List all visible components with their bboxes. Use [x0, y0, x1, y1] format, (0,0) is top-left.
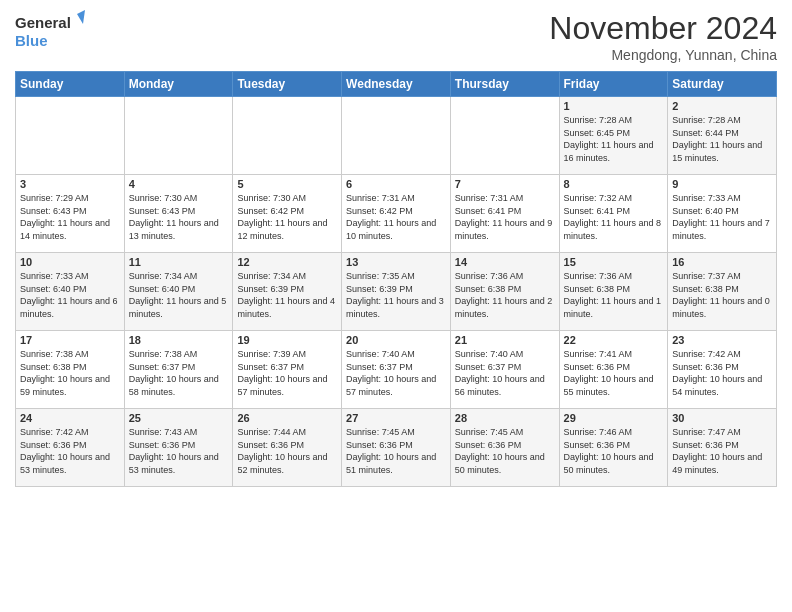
day-number: 30 — [672, 412, 772, 424]
calendar-cell: 13Sunrise: 7:35 AMSunset: 6:39 PMDayligh… — [342, 253, 451, 331]
day-number: 29 — [564, 412, 664, 424]
calendar-cell: 11Sunrise: 7:34 AMSunset: 6:40 PMDayligh… — [124, 253, 233, 331]
weekday-header-row: SundayMondayTuesdayWednesdayThursdayFrid… — [16, 72, 777, 97]
day-info: Sunrise: 7:44 AMSunset: 6:36 PMDaylight:… — [237, 426, 337, 476]
calendar-cell: 27Sunrise: 7:45 AMSunset: 6:36 PMDayligh… — [342, 409, 451, 487]
day-number: 19 — [237, 334, 337, 346]
calendar-cell: 3Sunrise: 7:29 AMSunset: 6:43 PMDaylight… — [16, 175, 125, 253]
day-info: Sunrise: 7:28 AMSunset: 6:44 PMDaylight:… — [672, 114, 772, 164]
logo: General Blue — [15, 10, 85, 55]
day-number: 28 — [455, 412, 555, 424]
day-info: Sunrise: 7:36 AMSunset: 6:38 PMDaylight:… — [564, 270, 664, 320]
calendar-cell: 12Sunrise: 7:34 AMSunset: 6:39 PMDayligh… — [233, 253, 342, 331]
calendar-cell: 22Sunrise: 7:41 AMSunset: 6:36 PMDayligh… — [559, 331, 668, 409]
day-number: 16 — [672, 256, 772, 268]
day-number: 5 — [237, 178, 337, 190]
calendar-cell: 21Sunrise: 7:40 AMSunset: 6:37 PMDayligh… — [450, 331, 559, 409]
day-number: 1 — [564, 100, 664, 112]
calendar-cell: 26Sunrise: 7:44 AMSunset: 6:36 PMDayligh… — [233, 409, 342, 487]
day-number: 21 — [455, 334, 555, 346]
day-info: Sunrise: 7:40 AMSunset: 6:37 PMDaylight:… — [455, 348, 555, 398]
day-info: Sunrise: 7:42 AMSunset: 6:36 PMDaylight:… — [672, 348, 772, 398]
title-area: November 2024 Mengdong, Yunnan, China — [549, 10, 777, 63]
day-number: 20 — [346, 334, 446, 346]
month-title: November 2024 — [549, 10, 777, 47]
day-info: Sunrise: 7:30 AMSunset: 6:42 PMDaylight:… — [237, 192, 337, 242]
calendar-table: SundayMondayTuesdayWednesdayThursdayFrid… — [15, 71, 777, 487]
calendar-cell: 7Sunrise: 7:31 AMSunset: 6:41 PMDaylight… — [450, 175, 559, 253]
day-number: 24 — [20, 412, 120, 424]
calendar-cell: 6Sunrise: 7:31 AMSunset: 6:42 PMDaylight… — [342, 175, 451, 253]
weekday-header: Friday — [559, 72, 668, 97]
calendar-week-row: 10Sunrise: 7:33 AMSunset: 6:40 PMDayligh… — [16, 253, 777, 331]
day-info: Sunrise: 7:32 AMSunset: 6:41 PMDaylight:… — [564, 192, 664, 242]
day-number: 7 — [455, 178, 555, 190]
day-info: Sunrise: 7:29 AMSunset: 6:43 PMDaylight:… — [20, 192, 120, 242]
day-info: Sunrise: 7:28 AMSunset: 6:45 PMDaylight:… — [564, 114, 664, 164]
calendar-week-row: 3Sunrise: 7:29 AMSunset: 6:43 PMDaylight… — [16, 175, 777, 253]
day-info: Sunrise: 7:43 AMSunset: 6:36 PMDaylight:… — [129, 426, 229, 476]
day-number: 8 — [564, 178, 664, 190]
day-number: 9 — [672, 178, 772, 190]
day-number: 15 — [564, 256, 664, 268]
calendar-cell: 2Sunrise: 7:28 AMSunset: 6:44 PMDaylight… — [668, 97, 777, 175]
page-container: General Blue November 2024 Mengdong, Yun… — [0, 0, 792, 497]
day-number: 17 — [20, 334, 120, 346]
day-info: Sunrise: 7:45 AMSunset: 6:36 PMDaylight:… — [346, 426, 446, 476]
calendar-cell: 29Sunrise: 7:46 AMSunset: 6:36 PMDayligh… — [559, 409, 668, 487]
day-number: 6 — [346, 178, 446, 190]
calendar-cell: 19Sunrise: 7:39 AMSunset: 6:37 PMDayligh… — [233, 331, 342, 409]
weekday-header: Saturday — [668, 72, 777, 97]
calendar-cell: 1Sunrise: 7:28 AMSunset: 6:45 PMDaylight… — [559, 97, 668, 175]
subtitle: Mengdong, Yunnan, China — [549, 47, 777, 63]
calendar-week-row: 1Sunrise: 7:28 AMSunset: 6:45 PMDaylight… — [16, 97, 777, 175]
svg-marker-2 — [77, 10, 85, 24]
day-info: Sunrise: 7:47 AMSunset: 6:36 PMDaylight:… — [672, 426, 772, 476]
day-number: 14 — [455, 256, 555, 268]
day-number: 10 — [20, 256, 120, 268]
day-info: Sunrise: 7:31 AMSunset: 6:41 PMDaylight:… — [455, 192, 555, 242]
calendar-cell — [233, 97, 342, 175]
weekday-header: Wednesday — [342, 72, 451, 97]
day-number: 27 — [346, 412, 446, 424]
day-info: Sunrise: 7:39 AMSunset: 6:37 PMDaylight:… — [237, 348, 337, 398]
day-number: 3 — [20, 178, 120, 190]
day-number: 26 — [237, 412, 337, 424]
day-number: 25 — [129, 412, 229, 424]
weekday-header: Thursday — [450, 72, 559, 97]
calendar-cell: 10Sunrise: 7:33 AMSunset: 6:40 PMDayligh… — [16, 253, 125, 331]
calendar-cell: 25Sunrise: 7:43 AMSunset: 6:36 PMDayligh… — [124, 409, 233, 487]
day-info: Sunrise: 7:46 AMSunset: 6:36 PMDaylight:… — [564, 426, 664, 476]
day-info: Sunrise: 7:34 AMSunset: 6:39 PMDaylight:… — [237, 270, 337, 320]
day-number: 22 — [564, 334, 664, 346]
day-number: 2 — [672, 100, 772, 112]
calendar-cell — [124, 97, 233, 175]
day-info: Sunrise: 7:45 AMSunset: 6:36 PMDaylight:… — [455, 426, 555, 476]
calendar-cell: 5Sunrise: 7:30 AMSunset: 6:42 PMDaylight… — [233, 175, 342, 253]
day-info: Sunrise: 7:35 AMSunset: 6:39 PMDaylight:… — [346, 270, 446, 320]
calendar-cell: 16Sunrise: 7:37 AMSunset: 6:38 PMDayligh… — [668, 253, 777, 331]
svg-text:Blue: Blue — [15, 32, 48, 49]
calendar-cell — [16, 97, 125, 175]
calendar-cell: 30Sunrise: 7:47 AMSunset: 6:36 PMDayligh… — [668, 409, 777, 487]
day-info: Sunrise: 7:41 AMSunset: 6:36 PMDaylight:… — [564, 348, 664, 398]
weekday-header: Tuesday — [233, 72, 342, 97]
calendar-cell: 9Sunrise: 7:33 AMSunset: 6:40 PMDaylight… — [668, 175, 777, 253]
calendar-cell: 18Sunrise: 7:38 AMSunset: 6:37 PMDayligh… — [124, 331, 233, 409]
logo-svg: General Blue — [15, 10, 85, 55]
calendar-cell — [450, 97, 559, 175]
day-number: 23 — [672, 334, 772, 346]
calendar-cell: 4Sunrise: 7:30 AMSunset: 6:43 PMDaylight… — [124, 175, 233, 253]
day-info: Sunrise: 7:34 AMSunset: 6:40 PMDaylight:… — [129, 270, 229, 320]
weekday-header: Sunday — [16, 72, 125, 97]
day-number: 4 — [129, 178, 229, 190]
weekday-header: Monday — [124, 72, 233, 97]
calendar-cell: 20Sunrise: 7:40 AMSunset: 6:37 PMDayligh… — [342, 331, 451, 409]
calendar-week-row: 17Sunrise: 7:38 AMSunset: 6:38 PMDayligh… — [16, 331, 777, 409]
day-number: 12 — [237, 256, 337, 268]
calendar-cell: 15Sunrise: 7:36 AMSunset: 6:38 PMDayligh… — [559, 253, 668, 331]
day-number: 11 — [129, 256, 229, 268]
day-info: Sunrise: 7:40 AMSunset: 6:37 PMDaylight:… — [346, 348, 446, 398]
day-info: Sunrise: 7:38 AMSunset: 6:37 PMDaylight:… — [129, 348, 229, 398]
day-info: Sunrise: 7:31 AMSunset: 6:42 PMDaylight:… — [346, 192, 446, 242]
